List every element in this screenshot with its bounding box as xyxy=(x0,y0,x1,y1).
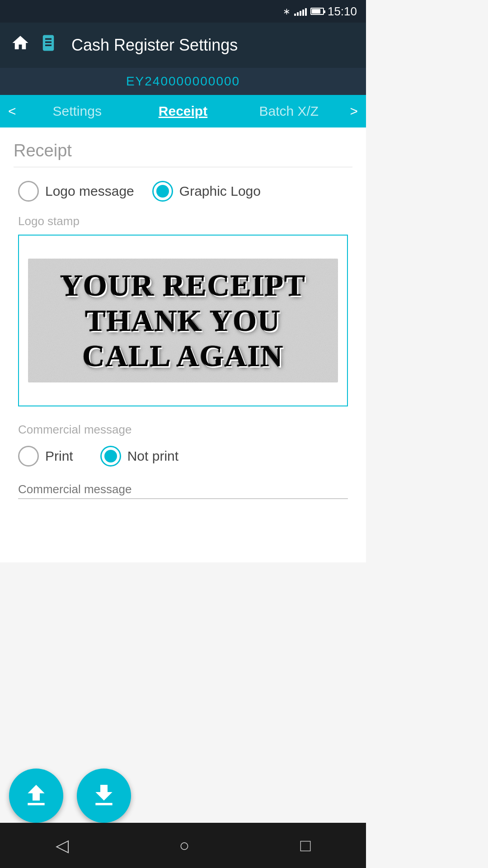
commercial-section: Commercial message Print Not print xyxy=(14,423,352,499)
home-button[interactable]: ○ xyxy=(179,836,190,855)
signal-bar-3 xyxy=(300,11,301,16)
section-title: Receipt xyxy=(14,141,352,167)
download-icon xyxy=(89,781,118,810)
print-label: Print xyxy=(45,448,73,464)
signal-bar-5 xyxy=(305,8,307,16)
battery-icon xyxy=(310,8,324,15)
upload-icon xyxy=(22,781,51,810)
battery-fill xyxy=(312,9,320,14)
device-id: EY240000000000 xyxy=(126,74,240,89)
commercial-message-input[interactable] xyxy=(18,480,348,499)
nav-bar: ◁ ○ □ xyxy=(0,823,366,868)
graphic-logo-option[interactable]: Graphic Logo xyxy=(152,181,261,202)
print-radio[interactable] xyxy=(18,446,39,467)
device-id-bar: EY240000000000 xyxy=(0,68,366,95)
back-button[interactable]: ◁ xyxy=(56,835,69,855)
tab-settings[interactable]: Settings xyxy=(24,95,130,127)
signal-bar-2 xyxy=(297,12,299,16)
commercial-message-section-label: Commercial message xyxy=(18,423,348,437)
signal-bar-4 xyxy=(302,9,304,16)
graphic-logo-label: Graphic Logo xyxy=(179,184,261,199)
not-print-radio[interactable] xyxy=(100,446,121,467)
commercial-radio-group: Print Not print xyxy=(18,446,348,467)
print-option[interactable]: Print xyxy=(18,446,73,467)
tab-left-arrow[interactable]: < xyxy=(0,104,24,119)
bluetooth-icon: ∗ xyxy=(283,6,291,17)
main-content: Receipt Logo message Graphic Logo Logo s… xyxy=(0,127,366,562)
bottom-buttons xyxy=(9,769,131,823)
header: Cash Register Settings xyxy=(0,23,366,68)
stamp-line-2: THANK YOU xyxy=(28,303,338,338)
graphic-logo-radio[interactable] xyxy=(152,181,173,202)
tab-right-arrow[interactable]: > xyxy=(342,104,366,119)
tab-items: Settings Receipt Batch X/Z xyxy=(24,95,342,127)
upload-button[interactable] xyxy=(9,769,63,823)
logo-message-label: Logo message xyxy=(45,184,134,199)
logo-stamp-box[interactable]: YOUR RECEIPT THANK YOU CALL AGAIN xyxy=(18,235,348,406)
header-title: Cash Register Settings xyxy=(71,36,238,55)
tab-batch-xz[interactable]: Batch X/Z xyxy=(236,95,342,127)
download-button[interactable] xyxy=(77,769,131,823)
stamp-line-3: CALL AGAIN xyxy=(28,338,338,373)
signal-bar-1 xyxy=(294,14,296,16)
stamp-line-1: YOUR RECEIPT xyxy=(28,268,338,303)
status-icons: ∗ 15:10 xyxy=(283,5,357,19)
home-icon[interactable] xyxy=(11,33,30,57)
logo-message-radio[interactable] xyxy=(18,181,39,202)
signal-bars xyxy=(294,7,307,16)
logo-stamp-label: Logo stamp xyxy=(14,214,352,228)
status-bar: ∗ 15:10 xyxy=(0,0,366,23)
status-time: 15:10 xyxy=(328,5,357,19)
not-print-label: Not print xyxy=(127,448,178,464)
logo-message-option[interactable]: Logo message xyxy=(18,181,134,202)
not-print-option[interactable]: Not print xyxy=(100,446,178,467)
recent-button[interactable]: □ xyxy=(300,836,311,855)
logo-type-radio-group: Logo message Graphic Logo xyxy=(14,181,352,202)
tab-receipt[interactable]: Receipt xyxy=(130,95,236,127)
register-icon xyxy=(39,33,58,57)
tab-bar: < Settings Receipt Batch X/Z > xyxy=(0,95,366,127)
